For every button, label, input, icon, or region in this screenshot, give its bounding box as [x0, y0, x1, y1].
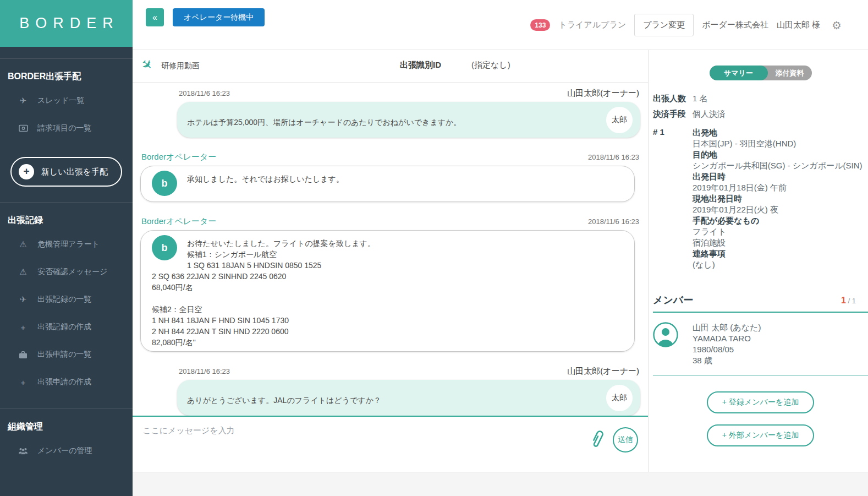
plane-icon: ✈: [138, 56, 156, 74]
message-input[interactable]: [133, 417, 648, 472]
sidebar-item-trip-request-list[interactable]: 出張申請の一覧: [0, 341, 133, 368]
plus-icon: +: [18, 323, 28, 332]
operator-avatar: b: [152, 171, 177, 196]
add-registered-member-button[interactable]: + 登録メンバーを追加: [707, 391, 814, 413]
chat-bubble-user: ありがとうございます。JALのフライトはどうですか？ 太郎: [177, 380, 640, 416]
sidebar-section-records: 出張記録: [0, 203, 133, 231]
sidebar-item-trip-record-create[interactable]: + 出張記録の作成: [0, 313, 133, 341]
message-sender-name: 山田太郎(オーナー): [567, 88, 639, 99]
topbar-left: « オペレーター待機中: [146, 8, 265, 26]
send-button-label: 送信: [618, 435, 633, 445]
chat-message-user: 2018/11/6 16:23 山田太郎(オーナー) ありがとうございます。JA…: [140, 366, 640, 416]
tab-attachments[interactable]: 添付資料: [768, 66, 812, 80]
summary-label: 出張人数: [653, 94, 693, 104]
chat-message-operator: Borderオペレーター 2018/11/6 16:23 b お待たせいたしまし…: [140, 216, 640, 352]
member-row: 山田 太郎 (あなた) YAMADA TARO 1980/08/05 38 歳: [653, 313, 868, 375]
warning-icon: ⚠: [18, 239, 28, 249]
sidebar-section-organization: 組織管理: [0, 409, 133, 437]
topbar-right: 133 トライアルプラン プラン変更 ボーダー株式会社 山田太郎 様 ⚙: [530, 0, 842, 50]
sidebar-section-arrange: BORDER出張手配: [0, 59, 133, 87]
gear-icon[interactable]: ⚙: [832, 19, 842, 32]
panel-tabs: サマリー 添付資料: [710, 66, 812, 80]
sidebar-item-label: 危機管理アラート: [37, 239, 100, 249]
members-icon: [18, 447, 28, 455]
message-list[interactable]: 2018/11/6 16:23 山田太郎(オーナー) ホテルは予算25,000円…: [133, 83, 648, 416]
members-header: メンバー 1 / 1: [653, 293, 868, 307]
member-avatar-icon: [653, 322, 678, 366]
sidebar-item-crisis-alert[interactable]: ⚠ 危機管理アラート: [0, 231, 133, 258]
plan-name-label: トライアルプラン: [558, 20, 626, 30]
message-timestamp: 2018/11/6 16:23: [179, 367, 230, 375]
send-button[interactable]: 送信: [613, 427, 638, 453]
member-birthday: 1980/08/05: [693, 344, 761, 355]
summary-value: 1 名: [693, 94, 708, 104]
plus-icon: +: [19, 164, 34, 179]
operator-avatar: b: [152, 235, 177, 260]
thread-title: 研修用動画: [161, 61, 200, 71]
plane-icon: ✈: [18, 295, 28, 304]
operator-status-button[interactable]: オペレーター待機中: [173, 8, 265, 26]
members-heading: メンバー: [653, 293, 693, 307]
message-timestamp: 2018/11/6 16:23: [179, 89, 230, 97]
plan-change-button[interactable]: プラン変更: [634, 14, 694, 36]
sidebar-item-billing[interactable]: 請求項目の一覧: [0, 115, 133, 142]
new-trip-button[interactable]: + 新しい出張を手配: [10, 157, 122, 187]
plus-icon: +: [18, 378, 28, 387]
warning-icon: ⚠: [18, 267, 28, 277]
trip-summary: 出張人数 1 名 決済手段 個人決済 # 1 出発地 日本国(JP) - 羽田空…: [653, 80, 868, 270]
message-sender-name: 山田太郎(オーナー): [567, 366, 639, 377]
add-external-member-button[interactable]: + 外部メンバーを追加: [707, 424, 814, 446]
leg-number: # 1: [653, 127, 693, 270]
sidebar-item-member-management[interactable]: メンバーの管理: [0, 437, 133, 465]
sidebar-item-label: 出張申請の作成: [37, 377, 91, 387]
message-text: お待たせいたしました。フライトの提案を致します。 候補1：シンガポール航空 1 …: [152, 233, 623, 348]
field-value: 2019年01月18日(金) 午前: [693, 182, 862, 193]
border-logo[interactable]: BORDER: [0, 0, 133, 47]
message-timestamp: 2018/11/6 16:23: [588, 153, 639, 161]
sidebar-item-trip-records-list[interactable]: ✈ 出張記録の一覧: [0, 286, 133, 313]
member-romaji: YAMADA TARO: [693, 333, 761, 344]
member-age: 38 歳: [693, 355, 761, 366]
message-timestamp: 2018/11/6 16:23: [588, 217, 639, 226]
sidebar-item-trip-request-create[interactable]: + 出張申請の作成: [0, 368, 133, 396]
message-meta: Borderオペレーター 2018/11/6 16:23: [140, 152, 640, 166]
thread-header: ✈ 研修用動画 出張識別ID (指定なし): [133, 50, 648, 83]
field-label: 手配が必要なもの: [693, 215, 862, 226]
content-row: ✈ 研修用動画 出張識別ID (指定なし) 2018/11/6 16:23 山田…: [133, 50, 868, 472]
members-count: 1 / 1: [841, 296, 856, 306]
sidebar-item-threads[interactable]: ✈ スレッド一覧: [0, 87, 133, 115]
chat-bubble-user: ホテルは予算25,000円、場所はオーチャードのあたりでおねがいできますか。 太…: [177, 102, 640, 138]
member-name: 山田 太郎 (あなた): [693, 322, 761, 333]
sidebar-collapse-button[interactable]: «: [146, 8, 164, 26]
message-text: ホテルは予算25,000円、場所はオーチャードのあたりでおねがいできますか。: [187, 112, 590, 128]
field-value: (なし): [693, 259, 862, 270]
current-user-name[interactable]: 山田太郎 様: [777, 20, 820, 30]
main-area: « オペレーター待機中 133 トライアルプラン プラン変更 ボーダー株式会社 …: [133, 0, 868, 496]
message-meta: 2018/11/6 16:23 山田太郎(オーナー): [140, 366, 640, 380]
field-label: 現地出発日時: [693, 193, 862, 204]
field-label: 出発日時: [693, 171, 862, 182]
chat-bubble-operator: b お待たせいたしました。フライトの提案を致します。 候補1：シンガポール航空 …: [140, 230, 635, 352]
message-sender-name: Borderオペレーター: [141, 216, 216, 227]
sidebar-item-label: 安否確認メッセージ: [37, 267, 107, 277]
trip-id-label: 出張識別ID: [400, 60, 441, 70]
members-section: メンバー 1 / 1: [653, 293, 868, 446]
topbar: « オペレーター待機中 133 トライアルプラン プラン変更 ボーダー株式会社 …: [133, 0, 868, 50]
members-count-current: 1: [841, 296, 846, 305]
tab-summary[interactable]: サマリー: [710, 66, 768, 80]
summary-panel: サマリー 添付資料 出張人数 1 名 決済手段 個人決済 # 1: [648, 50, 868, 472]
trip-id-value: (指定なし): [471, 60, 510, 70]
sidebar-item-safety-message[interactable]: ⚠ 安否確認メッセージ: [0, 258, 133, 286]
chat-message-user: 2018/11/6 16:23 山田太郎(オーナー) ホテルは予算25,000円…: [140, 88, 640, 138]
plane-icon: ✈: [18, 96, 28, 106]
field-value: シンガポール共和国(SG) - シンガポール(SIN): [693, 160, 862, 171]
chat-message-operator: Borderオペレーター 2018/11/6 16:23 b 承知しました。それ…: [140, 152, 640, 202]
app-window: BORDER BORDER出張手配 ✈ スレッド一覧 請求項目の一覧 + 新しい…: [0, 0, 868, 496]
company-name: ボーダー株式会社: [702, 20, 768, 30]
members-count-total: / 1: [846, 297, 856, 305]
field-value: 2019年01月22日(火) 夜: [693, 204, 862, 215]
summary-row-people: 出張人数 1 名: [653, 94, 862, 104]
invoice-icon: [18, 124, 28, 132]
message-sender-name: Borderオペレーター: [141, 152, 216, 162]
sidebar-item-label: 出張申請の一覧: [37, 350, 91, 359]
